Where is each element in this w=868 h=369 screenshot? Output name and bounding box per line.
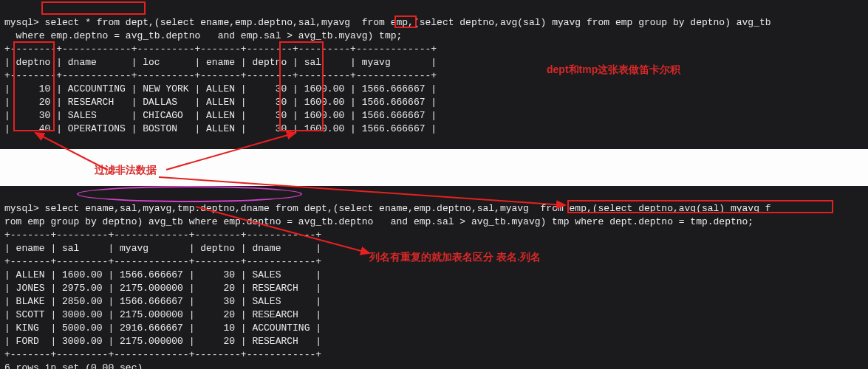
table-ruler: +-------+---------+-------------+-------… (4, 349, 321, 360)
sql-query-line2: rom emp group by deptno) avg_tb where em… (4, 216, 753, 227)
mysql-prompt: mysql> (4, 17, 39, 28)
table-header: | ename | sal | myavg | deptno | dname | (4, 243, 321, 254)
table-row: | 30 | SALES | CHICAGO | ALLEN | 30 | 16… (4, 110, 437, 121)
sql-query-line1: select * from dept,(select ename,emp.dep… (39, 17, 771, 28)
annotation-gap (0, 149, 868, 186)
table-row: | 20 | RESEARCH | DALLAS | ALLEN | 30 | … (4, 97, 437, 108)
terminal-output-top: mysql> select * from dept,(select ename,… (0, 0, 868, 149)
terminal-output-bottom: mysql> select ename,sal,myavg,tmp.deptno… (0, 186, 868, 369)
table-ruler: +-------+---------+-------------+-------… (4, 256, 321, 267)
table-row: | 10 | ACCOUNTING | NEW YORK | ALLEN | 3… (4, 83, 437, 94)
sql-query-line1: select ename,sal,myavg,tmp.deptno,dname … (39, 203, 771, 214)
mysql-prompt: mysql> (4, 203, 39, 214)
table-ruler: +--------+------------+----------+------… (4, 70, 437, 81)
table-row: | SCOTT | 3000.00 | 2175.000000 | 20 | R… (4, 309, 321, 320)
table-row: | FORD | 3000.00 | 2175.000000 | 20 | RE… (4, 336, 321, 347)
table-row: | BLAKE | 2850.00 | 1566.666667 | 30 | S… (4, 296, 321, 307)
table-row: | KING | 5000.00 | 2916.666667 | 10 | AC… (4, 323, 321, 334)
table-ruler: +--------+------------+----------+------… (4, 44, 437, 55)
result-footer: 6 rows in set (0.00 sec) (4, 362, 143, 369)
sql-query-line2: where emp.deptno = avg_tb.deptno and emp… (4, 30, 402, 41)
table-ruler: +-------+---------+-------------+-------… (4, 230, 321, 241)
table-row: | 40 | OPERATIONS | BOSTON | ALLEN | 30 … (4, 123, 437, 134)
table-header: | deptno | dname | loc | ename | deptno … (4, 57, 437, 68)
table-row: | JONES | 2975.00 | 2175.000000 | 20 | R… (4, 283, 321, 294)
table-row: | ALLEN | 1600.00 | 1566.666667 | 30 | S… (4, 269, 321, 280)
